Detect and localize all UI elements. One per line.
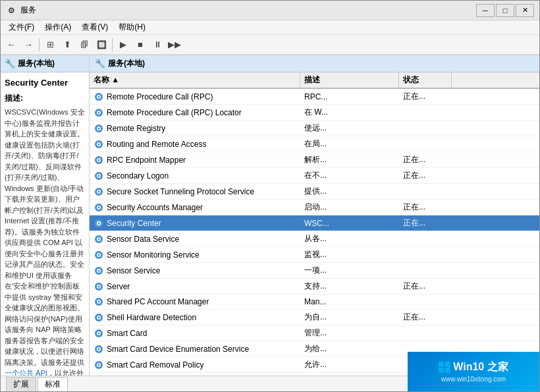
- service-icon: [94, 312, 104, 323]
- service-desc-cell: 管理...: [300, 325, 399, 341]
- service-status-cell: [399, 300, 452, 304]
- service-icon: [94, 328, 104, 339]
- tab-bar: 扩展 标准: [6, 377, 68, 392]
- table-row[interactable]: Remote Registry使远...: [90, 121, 539, 136]
- service-desc-cell: 在 W...: [300, 105, 399, 120]
- service-icon: [94, 360, 104, 370]
- table-row[interactable]: Smart Card管理...: [90, 325, 539, 341]
- service-icon: [94, 218, 104, 229]
- toolbar-copy[interactable]: 🗐: [76, 37, 92, 53]
- desc-label: 描述:: [5, 93, 85, 104]
- service-status-cell: 正在...: [399, 279, 452, 294]
- service-status-cell: [399, 237, 452, 241]
- svg-point-17: [98, 175, 100, 177]
- restart-service-button[interactable]: ▶▶: [167, 37, 182, 53]
- service-desc-cell: 允许...: [300, 357, 399, 372]
- service-desc-cell: 使远...: [300, 121, 399, 136]
- table-row[interactable]: Shell Hardware Detection为自...正在...: [90, 310, 539, 325]
- forward-button[interactable]: →: [20, 37, 36, 53]
- toolbar-show-hide[interactable]: ⊞: [42, 37, 58, 53]
- table-row[interactable]: RPC Endpoint Mapper解析...正在...: [90, 152, 539, 168]
- main-layout: 🔧 服务(本地) Security Center 描述: WSCSVC(Wind…: [1, 55, 539, 376]
- back-button[interactable]: ←: [3, 37, 19, 53]
- right-panel-icon: 🔧: [95, 59, 105, 69]
- table-row[interactable]: Sensor Service一项...: [90, 263, 539, 279]
- service-icon: [94, 202, 104, 213]
- svg-point-44: [98, 316, 100, 318]
- service-status-cell: [399, 269, 452, 273]
- service-name-text: Shared PC Account Manager: [107, 297, 209, 306]
- service-name-text: Remote Procedure Call (RPC): [107, 92, 213, 101]
- toolbar-sep-1: [39, 38, 40, 51]
- menu-action[interactable]: 操作(A): [40, 20, 76, 34]
- service-name-cell: Remote Procedure Call (RPC): [90, 90, 300, 104]
- service-icon: [94, 376, 104, 376]
- svg-point-23: [98, 206, 100, 208]
- service-name-text: Sensor Monitoring Service: [107, 250, 200, 260]
- service-desc-cell: 为给...: [300, 341, 399, 356]
- table-row[interactable]: Remote Procedure Call (RPC)RPC...正在...: [90, 89, 539, 105]
- maximize-button[interactable]: □: [496, 4, 514, 17]
- service-name-cell: Smart Card Removal Policy: [90, 358, 300, 372]
- service-status-cell: [399, 111, 452, 115]
- table-row[interactable]: Remote Procedure Call (RPC) Locator在 W..…: [90, 105, 539, 121]
- watermark: Win10 之家 www.win10xitong.com: [408, 352, 539, 391]
- service-name-cell: Server: [90, 279, 300, 294]
- col-header-name[interactable]: 名称 ▲: [90, 72, 300, 88]
- service-status-cell: 正在...: [399, 89, 452, 104]
- table-row[interactable]: Secondary Logon在不...正在...: [90, 168, 539, 184]
- svg-point-53: [98, 364, 100, 366]
- table-row[interactable]: Shared PC Account ManagerMan...: [90, 294, 539, 310]
- service-name-cell: Remote Procedure Call (RPC) Locator: [90, 105, 300, 120]
- stop-service-button[interactable]: ■: [132, 37, 148, 53]
- toolbar-prop[interactable]: 🔲: [94, 37, 109, 53]
- minimize-button[interactable]: ─: [476, 4, 495, 17]
- services-rows: Remote Procedure Call (RPC)RPC...正在... R…: [90, 89, 539, 376]
- menu-view[interactable]: 查看(V): [76, 20, 113, 34]
- service-desc-cell: 监视...: [300, 247, 399, 262]
- service-name-text: Remote Registry: [107, 124, 165, 133]
- tab-extended[interactable]: 扩展: [6, 377, 36, 392]
- start-service-button[interactable]: ▶: [115, 37, 131, 53]
- table-row[interactable]: Server支持...正在...: [90, 279, 539, 294]
- table-row[interactable]: Secure Socket Tunneling Protocol Service…: [90, 184, 539, 200]
- service-icon: [94, 171, 104, 181]
- pause-service-button[interactable]: ⏸: [149, 37, 165, 53]
- service-status-cell: [399, 253, 452, 257]
- close-button[interactable]: ✕: [516, 4, 534, 17]
- service-icon: [94, 186, 104, 197]
- service-name-text: Smart Card Device Enumeration Service: [107, 345, 249, 354]
- service-icon: [94, 92, 104, 102]
- service-desc-cell: 提供...: [300, 184, 399, 199]
- service-desc-cell: 接收...: [300, 373, 399, 376]
- menu-file[interactable]: 文件(F): [3, 20, 40, 34]
- service-icon: [94, 123, 104, 134]
- service-name-text: Routing and Remote Access: [107, 140, 206, 149]
- svg-point-41: [98, 301, 100, 303]
- service-status-cell: [399, 142, 452, 146]
- tab-standard[interactable]: 标准: [38, 377, 68, 392]
- svg-point-50: [98, 348, 100, 350]
- col-header-desc[interactable]: 描述: [300, 72, 399, 88]
- window-controls: ─ □ ✕: [476, 4, 534, 17]
- windows-logo-icon: [439, 362, 450, 374]
- service-icon: [94, 296, 104, 307]
- service-name-text: Security Center: [107, 219, 161, 228]
- service-name-cell: SNMP 陷阱: [90, 373, 300, 376]
- service-name-cell: Smart Card: [90, 326, 300, 341]
- service-icon: [94, 139, 104, 150]
- col-header-status[interactable]: 状态: [399, 72, 452, 88]
- svg-point-35: [98, 269, 100, 271]
- menu-help[interactable]: 帮助(H): [113, 20, 151, 34]
- service-status-cell: 正在...: [399, 215, 452, 231]
- table-row[interactable]: Security Accounts Manager启动...正在...: [90, 200, 539, 215]
- service-name-cell: Smart Card Device Enumeration Service: [90, 342, 300, 356]
- service-desc-cell: 从各...: [300, 231, 399, 246]
- services-table[interactable]: 名称 ▲ 描述 状态 Remote Procedure Call (RPC)RP…: [90, 72, 539, 376]
- table-row[interactable]: Sensor Monitoring Service监视...: [90, 247, 539, 263]
- table-row[interactable]: Security CenterWSC...正在...: [90, 215, 539, 231]
- toolbar-up[interactable]: ⬆: [59, 37, 75, 53]
- table-row[interactable]: Routing and Remote Access在局...: [90, 136, 539, 152]
- table-row[interactable]: Sensor Data Service从各...: [90, 231, 539, 247]
- service-status-cell: [399, 331, 452, 335]
